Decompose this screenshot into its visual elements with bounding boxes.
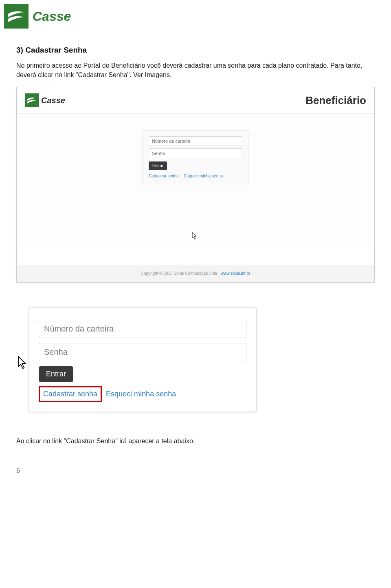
entrar-button[interactable]: Entrar	[39, 366, 73, 382]
cursor-icon	[192, 232, 198, 243]
copyright-text: Copyright © 2013 Solus Computação Ltda -	[141, 271, 221, 276]
carteira-input[interactable]	[39, 320, 246, 338]
portal-role-label: Beneficiário	[305, 93, 366, 108]
cadastrar-senha-link-highlighted[interactable]: Cadastrar senha	[39, 386, 102, 402]
portal-logo: Casse	[25, 93, 65, 107]
portal-footer: Copyright © 2013 Solus Computação Ltda -…	[17, 265, 374, 282]
logo-icon	[4, 4, 29, 29]
section-title: 3) Cadastrar Senha	[16, 45, 375, 56]
closing-paragraph: Ao clicar no link "Cadastrar Senha" irá …	[16, 437, 375, 446]
entrar-button[interactable]: Entrar	[149, 161, 167, 170]
cadastrar-senha-link[interactable]: Cadastrar senha	[149, 174, 179, 178]
portal-logo-text: Casse	[41, 95, 65, 106]
carteira-input[interactable]	[149, 136, 242, 146]
cursor-icon	[18, 356, 28, 374]
screenshot-zoom-login: Entrar Cadastrar senhaEsqueci minha senh…	[29, 307, 257, 412]
login-card: Entrar Cadastrar senha Esqueci minha sen…	[143, 130, 248, 185]
senha-input[interactable]	[149, 148, 242, 158]
doc-logo: Casse	[4, 0, 375, 37]
senha-input[interactable]	[39, 343, 246, 361]
intro-paragraph: No primeiro acesso ao Portal do Benefici…	[16, 61, 375, 80]
esqueci-senha-link[interactable]: Esqueci minha senha	[106, 390, 176, 398]
logo-text: Casse	[33, 7, 71, 26]
esqueci-senha-link[interactable]: Esqueci minha senha	[184, 174, 223, 178]
page-number: 6	[16, 466, 375, 475]
portal-header: Casse Beneficiário	[17, 87, 374, 114]
portal-logo-icon	[25, 93, 39, 107]
screenshot-full-login: Casse Beneficiário Entrar Cadastrar senh…	[16, 87, 375, 283]
footer-url-link[interactable]: www.solus.inf.br	[221, 271, 250, 276]
